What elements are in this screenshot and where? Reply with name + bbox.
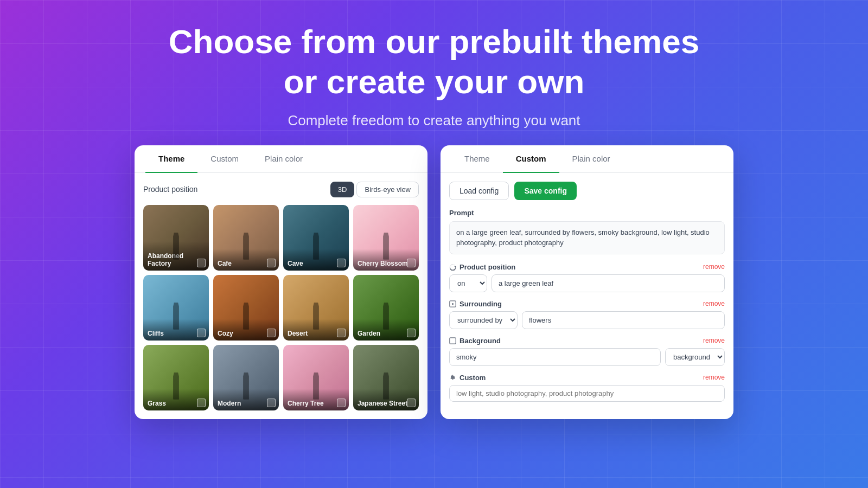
background-select[interactable]: background — [665, 348, 725, 366]
theme-item-abandoned-factory[interactable]: Abandoned Factory — [143, 205, 209, 271]
theme-panel-body: Product position 3D Birds-eye view Aband… — [135, 173, 427, 419]
hero-subtitle: Complete freedom to create anything you … — [11, 112, 857, 129]
background-input[interactable] — [449, 348, 661, 366]
theme-panel-tabs: Theme Custom Plain color — [135, 145, 427, 173]
tab-theme-left[interactable]: Theme — [145, 145, 197, 173]
theme-checkbox-cherry-tree[interactable] — [337, 399, 346, 407]
theme-checkbox-modern[interactable] — [267, 399, 276, 407]
theme-checkbox-desert[interactable] — [337, 329, 346, 337]
background-field-row: Background remove — [449, 337, 725, 345]
theme-item-cozy[interactable]: Cozy — [213, 275, 279, 341]
theme-checkbox-cliffs[interactable] — [197, 329, 206, 337]
theme-item-cave[interactable]: Cave — [283, 205, 349, 271]
prompt-text: on a large green leaf, surrounded by flo… — [449, 221, 725, 254]
custom-input-row — [449, 385, 725, 402]
background-remove[interactable]: remove — [703, 337, 725, 344]
theme-panel: Theme Custom Plain color Product positio… — [135, 145, 427, 419]
birds-eye-view-button[interactable]: Birds-eye view — [356, 182, 419, 197]
product-position-input[interactable] — [492, 274, 725, 292]
custom-panel-tabs: Theme Custom Plain color — [441, 145, 733, 173]
panels-container: Theme Custom Plain color Product positio… — [0, 145, 868, 419]
custom-field-row: Custom remove — [449, 374, 725, 382]
prompt-section-label: Prompt — [449, 209, 725, 217]
surrounding-field-row: Surrounding remove — [449, 300, 725, 308]
theme-checkbox-cafe[interactable] — [267, 259, 276, 267]
background-field-label: Background — [449, 337, 501, 345]
theme-item-cherry-tree[interactable]: Cherry Tree — [283, 345, 349, 410]
background-icon — [449, 337, 456, 344]
sync-icon — [449, 264, 456, 271]
theme-item-garden[interactable]: Garden — [353, 275, 419, 341]
theme-item-japanese-street[interactable]: Japanese Street — [353, 345, 419, 410]
theme-grid: Abandoned Factory Cafe Cave Cherry Bloss… — [143, 205, 419, 410]
theme-checkbox-abandoned[interactable] — [197, 259, 206, 267]
product-position-field-row: Product position remove — [449, 263, 725, 271]
surrounding-input[interactable] — [522, 311, 725, 329]
surrounding-field-label: Surrounding — [449, 300, 502, 308]
theme-item-desert[interactable]: Desert — [283, 275, 349, 341]
surrounding-select[interactable]: surrounded by — [449, 311, 518, 329]
theme-item-cherry-blossom[interactable]: Cherry Blossom — [353, 205, 419, 271]
custom-panel: Theme Custom Plain color Load config Sav… — [441, 145, 733, 419]
custom-remove[interactable]: remove — [703, 374, 725, 381]
theme-item-cafe[interactable]: Cafe — [213, 205, 279, 271]
theme-checkbox-cherry[interactable] — [407, 259, 416, 267]
product-position-select[interactable]: on — [449, 274, 487, 292]
3d-view-button[interactable]: 3D — [330, 182, 355, 197]
save-config-button[interactable]: Save config — [514, 182, 577, 200]
surrounding-remove[interactable]: remove — [703, 300, 725, 307]
load-config-button[interactable]: Load config — [449, 182, 509, 200]
hero-title: Choose from our prebuilt themes or creat… — [11, 22, 857, 102]
product-position-row: Product position 3D Birds-eye view — [143, 182, 419, 197]
theme-checkbox-grass[interactable] — [197, 399, 206, 407]
theme-checkbox-cave[interactable] — [337, 259, 346, 267]
theme-item-cliffs[interactable]: Cliffs — [143, 275, 209, 341]
custom-panel-body: Load config Save config Prompt on a larg… — [441, 173, 733, 418]
surrounding-icon — [449, 300, 456, 307]
hero-section: Choose from our prebuilt themes or creat… — [0, 0, 868, 145]
svg-point-1 — [452, 303, 454, 305]
tab-custom-right[interactable]: Custom — [503, 145, 559, 173]
theme-checkbox-garden[interactable] — [407, 329, 416, 337]
gear-icon — [449, 374, 456, 381]
tab-theme-right[interactable]: Theme — [451, 145, 503, 173]
theme-checkbox-cozy[interactable] — [267, 329, 276, 337]
product-position-remove[interactable]: remove — [703, 263, 725, 271]
view-buttons: 3D Birds-eye view — [330, 182, 419, 197]
product-position-input-row: on — [449, 274, 725, 292]
config-buttons-row: Load config Save config — [449, 182, 725, 200]
background-input-row: background — [449, 348, 725, 366]
theme-checkbox-japanese[interactable] — [407, 399, 416, 407]
custom-input[interactable] — [449, 385, 725, 402]
tab-plain-left[interactable]: Plain color — [252, 145, 316, 173]
theme-item-grass[interactable]: Grass — [143, 345, 209, 410]
custom-field-label: Custom — [449, 374, 486, 382]
tab-custom-left[interactable]: Custom — [197, 145, 252, 173]
surrounding-input-row: surrounded by — [449, 311, 725, 329]
product-position-field-label: Product position — [449, 263, 515, 271]
product-position-label: Product position — [143, 185, 197, 194]
theme-item-modern[interactable]: Modern — [213, 345, 279, 410]
tab-plain-right[interactable]: Plain color — [559, 145, 623, 173]
svg-rect-2 — [450, 338, 456, 344]
